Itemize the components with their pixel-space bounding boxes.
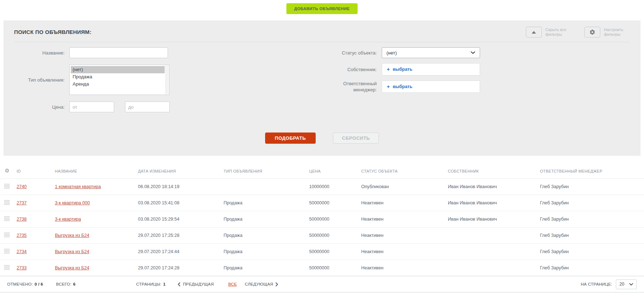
hide-filters-button[interactable] — [526, 27, 542, 38]
type-option-rent[interactable]: Аренда — [71, 81, 165, 88]
filter-form: Название: Тип объявления: (нет) Продажа … — [4, 42, 640, 112]
listings-table: ID НАЗВАНИЕ ДАТА ИЗМЕНЕНИЯ ТИП ОБЪЯВЛЕНИ… — [0, 164, 644, 276]
next-page-link[interactable]: СЛЕДУЮЩАЯ — [245, 282, 278, 286]
cell-price: 50000000 — [309, 195, 361, 211]
column-header-id[interactable]: ID — [17, 164, 55, 179]
cell-price: 50000000 — [309, 227, 361, 244]
listing-name-link[interactable]: 3-к квартира — [55, 217, 81, 222]
per-page-value: 20 — [619, 282, 624, 287]
filter-right-column: Статус объекта: (нет) Собственник: + выб… — [336, 47, 480, 98]
prev-page-link[interactable]: ПРЕДЫДУЩАЯ — [178, 282, 214, 286]
listing-id-link[interactable]: 2733 — [17, 265, 27, 270]
table-header-row: ID НАЗВАНИЕ ДАТА ИЗМЕНЕНИЯ ТИП ОБЪЯВЛЕНИ… — [0, 164, 644, 179]
cell-type: Продажа — [224, 211, 309, 227]
table-row: 2734 Выгрузка из Б24 29.07.2020 17:24:44… — [0, 244, 644, 260]
chevron-down-icon — [629, 283, 633, 286]
row-menu-icon[interactable] — [4, 233, 10, 237]
listing-name-link[interactable]: 1 комнатная квартира — [55, 184, 101, 189]
add-listing-button[interactable]: ДОБАВИТЬ ОБЪЯВЛЕНИЕ — [286, 3, 358, 14]
cell-type: Продажа — [224, 195, 309, 211]
cell-status: Неактивен — [361, 227, 448, 244]
cell-type — [224, 179, 309, 195]
column-header-price[interactable]: ЦЕНА — [309, 164, 361, 179]
cell-type: Продажа — [224, 244, 309, 260]
filter-actions: ПОДОБРАТЬ СБРОСИТЬ — [4, 133, 640, 144]
listing-id-link[interactable]: 2738 — [17, 217, 27, 222]
chevron-right-icon — [276, 282, 278, 286]
cell-owner — [448, 260, 540, 276]
cell-manager: Глеб Зарубин — [540, 179, 644, 195]
cell-manager: Глеб Зарубин — [540, 227, 644, 244]
listing-id-link[interactable]: 2734 — [17, 249, 27, 254]
reset-filter-button[interactable]: СБРОСИТЬ — [333, 133, 379, 144]
configure-filters-button[interactable] — [584, 27, 600, 38]
cell-owner: Иван Иванов Иванович — [448, 195, 540, 211]
total-value: 6 — [73, 282, 75, 286]
cell-manager: Глеб Зарубин — [540, 260, 644, 276]
submit-filter-button[interactable]: ПОДОБРАТЬ — [265, 133, 316, 144]
owner-choose-link[interactable]: выбрать — [393, 67, 412, 72]
row-menu-icon[interactable] — [4, 265, 10, 270]
all-pages-link[interactable]: ВСЕ — [228, 282, 237, 286]
price-to-input[interactable] — [125, 101, 170, 112]
total-label: ВСЕГО: — [56, 282, 71, 286]
manager-choose-link[interactable]: выбрать — [393, 84, 412, 89]
column-header-status[interactable]: СТАТУС ОБЪЕКТА — [361, 164, 448, 179]
plus-icon: + — [387, 84, 390, 90]
table-row: 2733 Выгрузка из Б24 29.07.2020 17:24:28… — [0, 260, 644, 276]
column-header-name[interactable]: НАЗВАНИЕ — [55, 164, 138, 179]
listbox-scrollbar[interactable] — [165, 65, 169, 94]
listing-id-link[interactable]: 2735 — [17, 233, 27, 238]
listing-name-link[interactable]: 3-к квартира 000 — [55, 200, 90, 205]
column-header-owner[interactable]: СОБСТВЕННИК — [448, 164, 540, 179]
cell-modified: 29.07.2020 17:24:28 — [138, 260, 224, 276]
grid-settings-gear-icon[interactable] — [5, 168, 9, 173]
cell-status: Неактивен — [361, 260, 448, 276]
listing-id-link[interactable]: 2737 — [17, 200, 27, 205]
row-menu-icon[interactable] — [4, 200, 10, 205]
cell-manager: Глеб Зарубин — [540, 195, 644, 211]
name-filter-input[interactable] — [69, 47, 168, 58]
name-filter-label: Название: — [14, 50, 65, 56]
listing-name-link[interactable]: Выгрузка из Б24 — [55, 265, 89, 270]
row-menu-icon[interactable] — [4, 249, 10, 253]
cell-price: 50000000 — [309, 244, 361, 260]
status-filter-select[interactable]: (нет) — [382, 47, 480, 58]
cell-type: Продажа — [224, 227, 309, 244]
manager-filter-chooser[interactable]: + выбрать — [382, 81, 480, 93]
filter-panel-header: ПОИСК ПО ОБЪЯВЛЕНИЯМ: Скрыть все фильтры… — [4, 21, 640, 38]
listing-name-link[interactable]: Выгрузка из Б24 — [55, 233, 89, 238]
table-row: 2738 3-к квартира 03.08.2020 15:29:54 Пр… — [0, 211, 644, 227]
type-filter-listbox[interactable]: (нет) Продажа Аренда — [69, 65, 169, 95]
checked-value: 0 / 6 — [35, 282, 43, 286]
row-menu-icon[interactable] — [4, 216, 10, 221]
type-option-none[interactable]: (нет) — [71, 66, 165, 73]
price-from-input[interactable] — [69, 101, 114, 112]
cell-manager: Глеб Зарубин — [540, 211, 644, 227]
cell-modified: 03.08.2020 15:41:08 — [138, 195, 224, 211]
price-filter-label: Цена: — [14, 104, 65, 110]
listing-name-link[interactable]: Выгрузка из Б24 — [55, 249, 89, 254]
cell-price: 50000000 — [309, 260, 361, 276]
configure-filters-control: Настроить фильтры — [584, 27, 630, 38]
cell-modified: 29.07.2020 17:25:28 — [138, 227, 224, 244]
owner-filter-label: Собственник: — [336, 66, 377, 73]
owner-filter-chooser[interactable]: + выбрать — [382, 63, 480, 75]
chevron-up-icon — [532, 31, 536, 34]
pages-value: 1 — [163, 282, 166, 286]
hide-filters-control: Скрыть все фильтры — [526, 27, 571, 38]
column-header-modified[interactable]: ДАТА ИЗМЕНЕНИЯ — [138, 164, 224, 179]
row-menu-icon[interactable] — [4, 184, 10, 188]
cell-price: 10000000 — [309, 179, 361, 195]
column-header-type[interactable]: ТИП ОБЪЯВЛЕНИЯ — [224, 164, 309, 179]
checked-label: ОТМЕЧЕНО: — [7, 282, 33, 286]
column-header-manager[interactable]: ОТВЕТСТВЕННЫЙ МЕНЕДЖЕР — [540, 164, 644, 179]
type-option-sale[interactable]: Продажа — [71, 73, 165, 81]
per-page-select[interactable]: 20 — [616, 279, 637, 289]
top-toolbar: ДОБАВИТЬ ОБЪЯВЛЕНИЕ — [0, 0, 644, 21]
listing-id-link[interactable]: 2740 — [17, 184, 27, 189]
status-filter-label: Статус объекта: — [336, 50, 377, 56]
table-row: 2735 Выгрузка из Б24 29.07.2020 17:25:28… — [0, 227, 644, 244]
cell-status: Неактивен — [361, 244, 448, 260]
configure-filters-label: Настроить фильтры — [604, 27, 630, 37]
